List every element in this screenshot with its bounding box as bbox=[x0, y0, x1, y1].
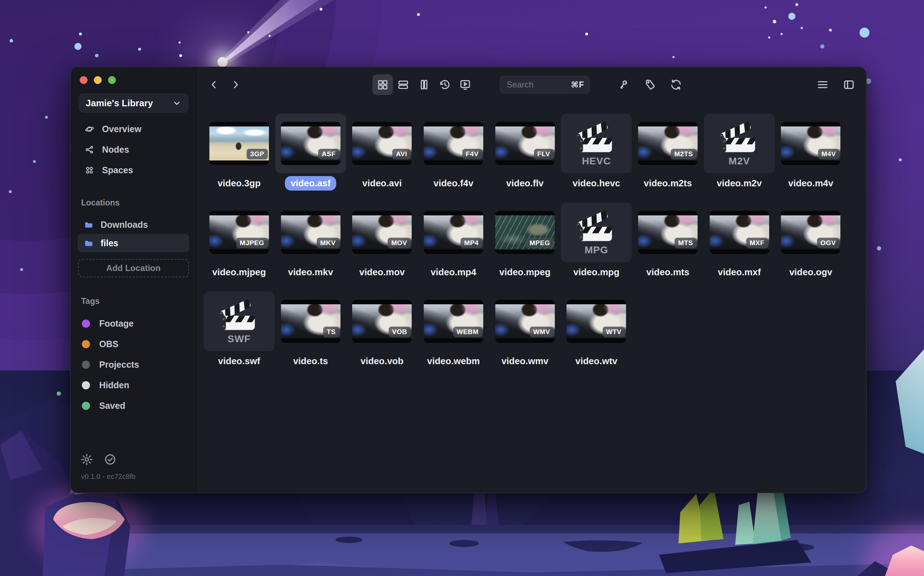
chevron-down-icon bbox=[172, 99, 181, 108]
file-thumbnail: MTS MTS bbox=[633, 203, 703, 262]
file-item[interactable]: MPEG MPEG video.mpeg bbox=[489, 203, 561, 291]
panel-toggle-button[interactable] bbox=[842, 78, 855, 91]
sidebar-item-label: Nodes bbox=[102, 144, 129, 155]
file-item[interactable]: WMV WMV video.wmv bbox=[489, 291, 561, 381]
file-thumbnail: WEBM WEBM bbox=[418, 291, 489, 351]
key-icon bbox=[617, 78, 629, 91]
file-thumbnail: M2V M2V bbox=[704, 114, 775, 173]
format-label: HEVC bbox=[582, 155, 611, 167]
nodes-icon bbox=[85, 145, 94, 154]
key-manager-button[interactable] bbox=[617, 78, 629, 91]
tag-item[interactable]: Saved bbox=[70, 395, 196, 416]
file-item[interactable]: MJPEG MJPEG video.mjpeg bbox=[203, 203, 275, 291]
file-item[interactable]: TS TS video.ts bbox=[275, 291, 346, 381]
file-item[interactable]: HEVC HEVC video.hevc bbox=[560, 114, 632, 203]
file-item[interactable]: VOB VOB video.vob bbox=[346, 291, 418, 381]
check-circle-icon[interactable] bbox=[104, 453, 117, 466]
folder-icon bbox=[84, 220, 93, 230]
view-mode-list-button[interactable] bbox=[393, 74, 413, 95]
tag-item[interactable]: Hidden bbox=[70, 375, 196, 395]
menu-button[interactable] bbox=[816, 78, 829, 91]
tag-item[interactable]: Footage bbox=[70, 313, 196, 334]
view-mode-columns-button[interactable] bbox=[414, 74, 434, 95]
file-item[interactable]: OGV OGV video.ogv bbox=[775, 203, 847, 291]
format-label: M2V bbox=[729, 155, 750, 167]
file-item[interactable]: ASF ASF video.asf bbox=[275, 114, 346, 203]
file-item[interactable]: SWF SWF video.swf bbox=[203, 291, 275, 381]
media-player-icon bbox=[459, 78, 471, 91]
view-mode-history-button[interactable] bbox=[434, 74, 455, 95]
app-window: Jamie's Library Overview Nodes bbox=[70, 67, 866, 493]
file-thumbnail: ASF ASF bbox=[275, 114, 346, 173]
tag-item[interactable]: Projeccts bbox=[70, 354, 196, 375]
file-name: video.m2ts bbox=[638, 176, 698, 190]
refresh-button[interactable] bbox=[670, 78, 682, 91]
location-item-downloads[interactable]: Downloads bbox=[78, 215, 189, 234]
list-view-icon bbox=[397, 78, 409, 91]
file-item[interactable]: MPG MPG video.mpg bbox=[560, 203, 632, 291]
app-version: v0.1.0 - ec72c8fb bbox=[81, 472, 135, 481]
minimize-button[interactable] bbox=[94, 76, 102, 84]
file-item[interactable]: 3GP 3GP video.3gp bbox=[203, 114, 275, 203]
format-badge: TS bbox=[323, 326, 339, 337]
file-thumbnail: MJPEG MJPEG bbox=[204, 203, 275, 262]
file-item[interactable]: WEBM WEBM video.webm bbox=[418, 291, 489, 381]
format-badge: ASF bbox=[318, 149, 339, 159]
format-badge: MTS bbox=[674, 238, 697, 248]
forward-button[interactable] bbox=[230, 79, 241, 90]
file-item[interactable]: MOV MOV video.mov bbox=[346, 203, 418, 291]
file-thumbnail: MOV MOV bbox=[346, 203, 417, 262]
view-mode-grid-button[interactable] bbox=[372, 74, 393, 95]
tag-label: Footage bbox=[99, 318, 134, 329]
format-label: MPG bbox=[585, 245, 609, 256]
file-name: video.m2v bbox=[711, 176, 767, 190]
file-name: video.mxf bbox=[712, 265, 766, 280]
location-label: files bbox=[101, 238, 119, 248]
tag-assign-button[interactable] bbox=[644, 78, 656, 91]
file-item[interactable]: MP4 MP4 video.mp4 bbox=[418, 203, 489, 291]
format-badge: WEBM bbox=[453, 326, 482, 337]
file-item[interactable]: FLV FLV video.flv bbox=[489, 114, 561, 203]
sidebar-item-overview[interactable]: Overview bbox=[70, 119, 196, 139]
sidebar-item-label: Overview bbox=[102, 124, 141, 134]
file-item[interactable]: M4V M4V video.m4v bbox=[775, 114, 847, 203]
close-button[interactable] bbox=[80, 76, 88, 84]
format-badge: MOV bbox=[388, 238, 411, 248]
zoom-button[interactable] bbox=[108, 76, 116, 84]
tag-item[interactable]: OBS bbox=[70, 334, 196, 354]
file-item[interactable]: M2TS M2TS video.m2ts bbox=[632, 114, 704, 203]
search-input[interactable] bbox=[506, 79, 571, 90]
file-item[interactable]: MKV MKV video.mkv bbox=[275, 203, 346, 291]
location-item-files[interactable]: files bbox=[78, 234, 189, 252]
sidebar-item-nodes[interactable]: Nodes bbox=[70, 139, 196, 160]
file-thumbnail: TS TS bbox=[275, 291, 346, 351]
file-item[interactable]: MXF MXF video.mxf bbox=[704, 203, 775, 291]
file-item[interactable]: F4V F4V video.f4v bbox=[418, 114, 489, 203]
view-mode-media-button[interactable] bbox=[455, 74, 476, 95]
library-selector[interactable]: Jamie's Library bbox=[79, 93, 188, 113]
back-button[interactable] bbox=[209, 79, 219, 90]
file-name: video.webm bbox=[421, 354, 485, 368]
file-grid: 3GP 3GP video.3gp ASF ASF video.asf AVI bbox=[196, 102, 866, 493]
format-badge: M4V bbox=[818, 149, 840, 159]
file-name: video.mjpeg bbox=[207, 265, 272, 280]
traffic-lights bbox=[80, 76, 116, 84]
file-item[interactable]: AVI AVI video.avi bbox=[346, 114, 418, 203]
file-item[interactable]: M2V M2V video.m2v bbox=[704, 114, 775, 203]
wallpaper-stars bbox=[0, 0, 1, 1]
file-thumbnail: M2TS M2TS bbox=[633, 114, 703, 173]
format-badge: 3GP bbox=[247, 149, 268, 159]
file-item[interactable]: MTS MTS video.mts bbox=[632, 203, 704, 291]
file-thumbnail: VOB VOB bbox=[346, 291, 417, 351]
format-badge: WMV bbox=[530, 326, 554, 337]
chevron-left-icon bbox=[209, 79, 219, 90]
file-item[interactable]: WTV WTV video.wtv bbox=[560, 291, 632, 381]
search-box: ⌘F bbox=[500, 76, 589, 93]
file-thumbnail: WMV WMV bbox=[490, 291, 560, 351]
file-name: video.f4v bbox=[428, 176, 479, 190]
add-location-button[interactable]: Add Location bbox=[78, 259, 189, 277]
file-name: video.mpg bbox=[568, 265, 625, 280]
file-thumbnail: MKV MKV bbox=[275, 203, 346, 262]
gear-icon[interactable] bbox=[80, 453, 93, 466]
sidebar-item-spaces[interactable]: Spaces bbox=[70, 160, 196, 180]
